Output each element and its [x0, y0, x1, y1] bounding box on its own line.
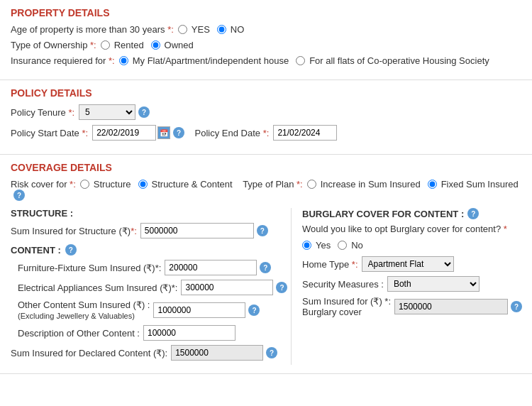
insurance-coop-radio[interactable] [296, 56, 305, 65]
insurance-coop-option[interactable]: For all flats of Co-operative Housing So… [296, 55, 489, 66]
sum-insured-structure-info-icon[interactable]: ? [257, 225, 268, 236]
plan-fixed-radio[interactable] [428, 180, 437, 189]
electrical-label: Electrical Appliances Sum Insured (₹)*: [18, 282, 177, 293]
coverage-details-section: COVERAGE DETAILS Risk cover for *: Struc… [0, 155, 532, 374]
coverage-two-col: STRUCTURE : Sum Insured for Structure (₹… [11, 208, 521, 365]
tenure-row: Policy Tenure *: 5 1 2 3 4 6 7 8 9 10 ? [11, 104, 521, 120]
property-details-section: PROPERTY DETAILS Age of property is more… [0, 0, 532, 80]
plan-fixed-option[interactable]: Fixed Sum Insured [428, 179, 519, 190]
burglary-info-icon[interactable]: ? [467, 208, 479, 219]
structure-title: STRUCTURE : [11, 208, 284, 219]
other-content-note: (Excluding Jewellery & Valuables) [18, 312, 135, 320]
burglary-yes-radio[interactable] [302, 241, 311, 250]
burglary-title: BURGLARY COVER FOR CONTENT : ? [302, 208, 521, 219]
age-no-label: NO [231, 24, 245, 35]
home-type-select[interactable]: Apartment Flat Independent House Row Hou… [362, 256, 454, 272]
burglary-no-label: No [351, 240, 363, 251]
insurance-flat-label: My Flat/Apartment/independent house [133, 55, 289, 66]
security-measures-row: Security Measures : Both Guard CCTV None [302, 276, 521, 292]
ownership-owned-radio[interactable] [151, 40, 160, 50]
sum-insured-structure-label: Sum Insured for Structure (₹)*: [11, 226, 137, 236]
ownership-rented-option[interactable]: Rented [101, 40, 144, 50]
coverage-details-title: COVERAGE DETAILS [11, 162, 521, 173]
policy-details-section: POLICY DETAILS Policy Tenure *: 5 1 2 3 … [0, 80, 532, 155]
risk-structure-content-option[interactable]: Structure & Content [138, 179, 233, 190]
property-details-title: PROPERTY DETAILS [11, 7, 521, 18]
electrical-input[interactable] [181, 280, 273, 295]
sum-insured-structure-input[interactable] [140, 223, 254, 238]
ownership-label: Type of Ownership *: [11, 40, 96, 50]
ownership-row: Type of Ownership *: Rented Owned [11, 40, 521, 50]
plan-increase-option[interactable]: Increase in Sum Insured [307, 179, 421, 190]
age-no-radio[interactable] [217, 25, 226, 34]
other-content-input[interactable] [153, 302, 245, 318]
risk-plan-row: Risk cover for *: Structure Structure & … [11, 179, 521, 201]
burglary-sum-insured-row: Sum Insured for (₹) *: Burglary cover ? [302, 296, 521, 317]
end-date-input[interactable] [273, 125, 337, 141]
ownership-radio-group: Rented Owned [101, 40, 194, 50]
tenure-info-icon[interactable]: ? [138, 106, 150, 118]
electrical-info-icon[interactable]: ? [276, 282, 287, 293]
age-yes-label: YES [192, 24, 210, 35]
burglary-yes-option[interactable]: Yes [302, 240, 331, 251]
declared-content-info-icon[interactable]: ? [266, 347, 277, 358]
risk-structure-label: Structure [94, 179, 131, 190]
other-content-label: Other Content Sum Insured (₹) : (Excludi… [18, 300, 150, 321]
electrical-row: Electrical Appliances Sum Insured (₹)*: … [11, 280, 284, 295]
start-date-info-icon[interactable]: ? [173, 127, 184, 138]
age-yes-option[interactable]: YES [178, 24, 210, 35]
insurance-row: Insurance requiered for *: My Flat/Apart… [11, 55, 521, 66]
declared-content-row: Sum Insured for Declared Content (₹): ? [11, 345, 284, 361]
plan-radio-group: Increase in Sum Insured Fixed Sum Insure… [307, 179, 519, 190]
age-radio-group: YES NO [178, 24, 245, 35]
start-date-label: Policy Start Date *: [11, 128, 88, 138]
insurance-radio-group: My Flat/Apartment/independent house For … [119, 55, 489, 66]
burglary-opt-radio-group: Yes No [302, 240, 363, 251]
risk-radio-group: Structure Structure & Content [80, 179, 233, 190]
security-measures-select[interactable]: Both Guard CCTV None [387, 276, 480, 292]
insurance-flat-option[interactable]: My Flat/Apartment/independent house [119, 55, 289, 66]
insurance-flat-radio[interactable] [119, 56, 128, 65]
tenure-label: Policy Tenure *: [11, 107, 74, 118]
risk-cover-label: Risk cover for *: [11, 179, 76, 190]
content-title: CONTENT : ? [11, 244, 284, 256]
other-content-row: Other Content Sum Insured (₹) : (Excludi… [11, 300, 284, 321]
furniture-label: Furniture-Fixture Sum Insured (₹)*: [18, 263, 161, 273]
plan-fixed-label: Fixed Sum Insured [441, 179, 519, 190]
burglary-opt-radio-row: Yes No [302, 240, 521, 251]
risk-structure-content-radio[interactable] [138, 180, 148, 189]
age-row: Age of property is more than 30 years *:… [11, 24, 521, 35]
description-row: Description of Other Content : [11, 325, 284, 341]
risk-structure-radio[interactable] [80, 180, 89, 189]
start-date-calendar-icon[interactable]: 📅 [157, 126, 170, 139]
start-date-input[interactable] [92, 125, 156, 141]
burglary-opt-label: Would you like to opt Burglary cover for… [302, 224, 507, 234]
burglary-sum-insured-label: Sum Insured for (₹) *: Burglary cover [302, 296, 391, 317]
age-yes-radio[interactable] [178, 25, 187, 34]
burglary-sum-insured-input[interactable] [394, 299, 508, 314]
end-date-label: Policy End Date *: [195, 128, 270, 138]
plan-info-icon[interactable]: ? [13, 190, 25, 201]
risk-structure-option[interactable]: Structure [80, 179, 131, 190]
ownership-owned-option[interactable]: Owned [151, 40, 194, 50]
declared-content-label: Sum Insured for Declared Content (₹): [11, 348, 167, 358]
age-no-option[interactable]: NO [217, 24, 245, 35]
ownership-owned-label: Owned [165, 40, 194, 50]
description-input[interactable] [143, 325, 235, 341]
burglary-no-radio[interactable] [338, 241, 347, 250]
right-column: BURGLARY COVER FOR CONTENT : ? Would you… [292, 208, 521, 365]
ownership-rented-radio[interactable] [101, 40, 110, 50]
burglary-sum-insured-info-icon[interactable]: ? [511, 301, 522, 312]
insurance-coop-label: For all flats of Co-operative Housing So… [309, 55, 489, 66]
content-info-icon[interactable]: ? [65, 244, 77, 256]
tenure-select[interactable]: 5 1 2 3 4 6 7 8 9 10 [79, 104, 135, 120]
furniture-info-icon[interactable]: ? [260, 262, 271, 273]
plan-increase-radio[interactable] [307, 180, 316, 189]
other-content-info-icon[interactable]: ? [248, 304, 260, 316]
furniture-input[interactable] [165, 260, 257, 275]
ownership-rented-label: Rented [114, 40, 144, 50]
burglary-no-option[interactable]: No [338, 240, 363, 251]
declared-content-input[interactable] [171, 345, 263, 361]
left-column: STRUCTURE : Sum Insured for Structure (₹… [11, 208, 292, 365]
insurance-label: Insurance requiered for *: [11, 55, 115, 66]
